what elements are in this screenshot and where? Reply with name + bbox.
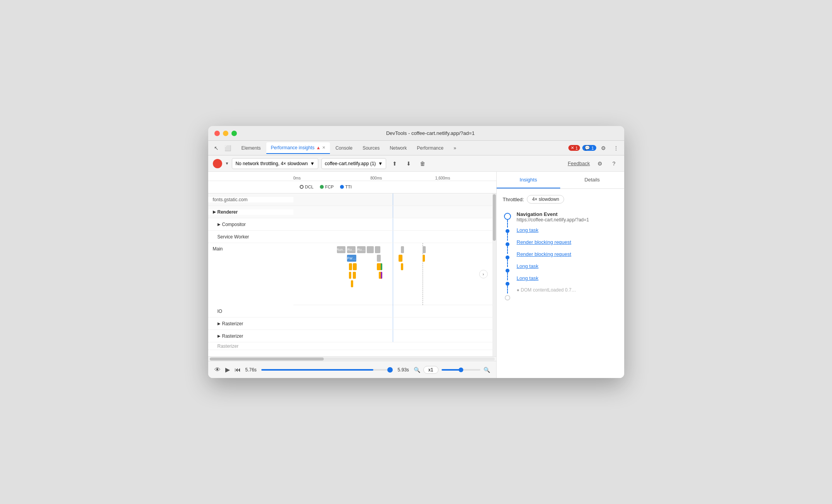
traffic-lights — [214, 131, 237, 136]
expand-arrow-rast1-icon[interactable]: ▶ — [217, 321, 221, 326]
screenshot-toggle[interactable]: 👁 — [214, 366, 221, 373]
fcp-label: FCP — [325, 185, 334, 189]
delete-icon[interactable]: 🗑 — [417, 158, 428, 169]
nav-event-url: https://coffee-cart.netlify.app/?ad=1 — [517, 217, 618, 223]
time-ruler: 0ms 800ms 1,600ms — [208, 172, 496, 181]
right-panel-tabs: Insights Details — [497, 172, 624, 189]
insight-link-3[interactable]: Long task — [517, 263, 618, 269]
close-button[interactable] — [214, 131, 220, 136]
timeline-body[interactable]: fonts.gstatic.com ▶ Renderer — [208, 193, 492, 356]
task-m-1 — [377, 255, 381, 262]
play-button[interactable]: ▶ — [225, 366, 230, 373]
cursor-icon[interactable]: ↖ — [211, 143, 221, 153]
task-run-1: Run… — [337, 246, 345, 253]
maximize-button[interactable] — [231, 131, 237, 136]
vertical-line — [393, 193, 393, 205]
error-badge[interactable]: ✕1 — [568, 145, 580, 151]
tab-console[interactable]: Console — [331, 142, 357, 154]
zoom-track[interactable] — [442, 369, 480, 371]
throttling-dropdown[interactable]: No network throttling, 4× slowdown ▼ — [232, 158, 318, 169]
task-y-5 — [351, 280, 353, 287]
settings-icon[interactable]: ⚙ — [599, 143, 609, 153]
insight-link-5[interactable]: ● DOM contentLoaded 0.7… — [517, 287, 618, 293]
tab-more[interactable]: » — [449, 142, 461, 154]
feedback-link[interactable]: Feedback — [568, 161, 590, 166]
timeline-row-main: Main Run… Ru… Ru… Par… — [208, 243, 492, 305]
tab-elements[interactable]: Elements — [237, 142, 266, 154]
vertical-line-rast1 — [393, 318, 393, 330]
record-dropdown[interactable]: ▼ — [225, 161, 229, 166]
task-fr-1 — [423, 246, 426, 253]
record-button[interactable] — [213, 159, 222, 168]
task-m-5 — [381, 272, 382, 279]
dashed-connector-4 — [507, 259, 508, 267]
tab-close-icon[interactable]: ✕ — [322, 145, 325, 150]
insight-link-2[interactable]: Render blocking request — [517, 251, 618, 257]
scrubber-thumb[interactable] — [387, 367, 393, 373]
upload-icon[interactable]: ⬆ — [389, 158, 400, 169]
scrubber-track[interactable] — [261, 369, 393, 371]
scrollbar-thumb[interactable] — [493, 194, 496, 241]
timeline-scroll-area: fonts.gstatic.com ▶ Renderer — [208, 193, 496, 356]
bullet-6 — [505, 295, 510, 300]
fcp-dot-icon — [320, 185, 324, 189]
row-canvas-renderer[interactable] — [293, 206, 492, 218]
row-canvas-rasterizer-3[interactable] — [293, 342, 492, 350]
vertical-line-compositor — [393, 218, 393, 230]
settings2-icon[interactable]: ⚙ — [595, 158, 606, 169]
horizontal-scrollbar[interactable] — [208, 356, 496, 361]
vertical-scrollbar[interactable] — [492, 193, 496, 356]
row-canvas-io[interactable] — [293, 305, 492, 317]
timeline-row-rasterizer-3: Rasterizer — [208, 342, 492, 350]
insights-body[interactable]: Throttled: 4× slowdown — [497, 189, 624, 378]
h-scroll-thumb[interactable] — [210, 357, 324, 361]
row-canvas-rasterizer-1[interactable] — [293, 318, 492, 330]
main-content: 0ms 800ms 1,600ms DCL FCP — [208, 172, 624, 378]
inspect-icon[interactable]: ⬜ — [223, 143, 233, 153]
minimize-button[interactable] — [223, 131, 228, 136]
help-icon[interactable]: ? — [609, 158, 620, 169]
toolbar-icons: ⬆ ⬇ 🗑 — [389, 158, 428, 169]
tab-sources[interactable]: Sources — [358, 142, 384, 154]
bullet-5 — [506, 282, 509, 286]
row-canvas-service-worker[interactable] — [293, 231, 492, 243]
go-start-button[interactable]: ⏮ — [235, 366, 241, 373]
row-canvas-compositor[interactable] — [293, 218, 492, 230]
more-options-icon[interactable]: ⋮ — [611, 143, 621, 153]
download-icon[interactable]: ⬇ — [403, 158, 414, 169]
right-panel: Insights Details Throttled: 4× slowdown — [496, 172, 624, 378]
row-canvas-fonts[interactable] — [293, 193, 492, 205]
dashed-connector-6 — [507, 286, 508, 293]
tab-insights[interactable]: Insights — [497, 172, 561, 188]
zoom-out-icon[interactable]: 🔍 — [414, 367, 420, 373]
throttled-value: 4× slowdown — [527, 195, 564, 204]
tab-network[interactable]: Network — [385, 142, 411, 154]
insight-link-1[interactable]: Render blocking request — [517, 239, 618, 245]
devtools-window: DevTools - coffee-cart.netlify.app/?ad=1… — [208, 126, 624, 378]
page-selector[interactable]: coffee-cart.netlify.app (1) ▼ — [321, 158, 387, 169]
info-badge[interactable]: 💬1 — [582, 145, 596, 151]
tab-performance-insights[interactable]: Performance insights ▲ ✕ — [266, 142, 330, 154]
timeline-row-service-worker: Service Worker — [208, 231, 492, 243]
insight-link-4[interactable]: Long task — [517, 275, 618, 281]
row-label-rasterizer-3: Rasterizer — [208, 343, 293, 349]
tab-performance[interactable]: Performance — [412, 142, 448, 154]
tab-details[interactable]: Details — [560, 172, 624, 188]
h-scroll-track[interactable] — [210, 357, 495, 361]
timeline-row-fonts: fonts.gstatic.com — [208, 193, 492, 206]
row-canvas-rasterizer-2[interactable] — [293, 330, 492, 342]
zoom-thumb[interactable] — [459, 368, 463, 372]
expand-arrow-rast2-icon[interactable]: ▶ — [217, 334, 221, 338]
expand-arrow-compositor-icon[interactable]: ▶ — [217, 222, 221, 226]
task-y-1 — [349, 263, 352, 270]
nav-arrow-icon[interactable]: › — [479, 270, 488, 278]
zoom-in-icon[interactable]: 🔍 — [483, 367, 490, 373]
expand-arrow-renderer-icon[interactable]: ▶ — [213, 210, 216, 214]
row-label-rasterizer-1: ▶ Rasterizer — [208, 321, 293, 326]
zoom-level: x1 — [423, 366, 438, 374]
task-run-3: Ru… — [357, 246, 366, 253]
insight-link-0[interactable]: Long task — [517, 227, 618, 233]
timeline-row-rasterizer-1: ▶ Rasterizer — [208, 318, 492, 330]
task-r-3 — [401, 263, 403, 270]
row-canvas-main[interactable]: Run… Ru… Ru… Par… — [293, 243, 492, 305]
